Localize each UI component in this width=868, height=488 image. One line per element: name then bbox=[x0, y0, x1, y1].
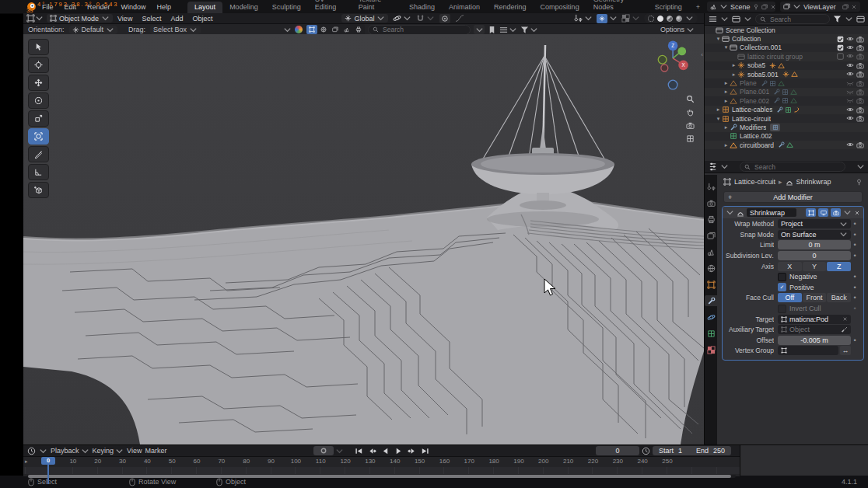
new-view-layer-icon[interactable] bbox=[842, 4, 849, 10]
editor-type-icon[interactable] bbox=[26, 14, 35, 23]
negative-checkbox[interactable] bbox=[778, 273, 786, 281]
drag-setting-select[interactable]: Select Box bbox=[150, 26, 201, 34]
face-cull-back-button[interactable]: Back bbox=[827, 293, 851, 302]
timeline-tick[interactable]: 10 bbox=[61, 458, 85, 465]
tab-modeling[interactable]: Modeling bbox=[222, 2, 265, 13]
timeline-ruler[interactable]: ▸ 01020304050607080901001101201301401501… bbox=[23, 457, 740, 467]
menu-object[interactable]: Object bbox=[192, 15, 212, 23]
render-camera-icon[interactable] bbox=[856, 44, 864, 51]
outliner-row-modifiers[interactable]: ▸ Modifiers bbox=[705, 123, 868, 131]
axis-x-button[interactable]: X bbox=[778, 262, 802, 271]
gizmo-z-axis[interactable]: Z bbox=[671, 43, 674, 48]
timeline-tick[interactable]: 190 bbox=[507, 458, 530, 465]
animate-dot[interactable]: • bbox=[851, 241, 859, 249]
tool-rotate[interactable] bbox=[28, 92, 49, 109]
axis-y-button[interactable]: Y bbox=[803, 262, 827, 271]
vertex-group-field[interactable] bbox=[778, 346, 838, 355]
jump-to-end-button[interactable] bbox=[419, 446, 431, 455]
breadcrumb-object[interactable]: Lattice-circuit bbox=[734, 178, 775, 186]
pan-view-icon[interactable] bbox=[686, 108, 695, 117]
face-cull-off-button[interactable]: Off bbox=[778, 293, 802, 302]
animate-dot[interactable]: • bbox=[851, 273, 859, 281]
hide-eye-icon[interactable] bbox=[846, 71, 854, 77]
display-realtime-toggle[interactable] bbox=[818, 208, 828, 217]
auxiliary-target-field[interactable]: Object bbox=[778, 325, 851, 334]
outliner-row-circuitboard[interactable]: ▸ circuitboard bbox=[705, 141, 868, 149]
menu-help[interactable]: Help bbox=[157, 3, 172, 11]
outliner-row-soba5-001[interactable]: ▸ soba5.001 bbox=[705, 70, 868, 78]
render-camera-icon[interactable] bbox=[856, 53, 864, 60]
jump-to-start-button[interactable] bbox=[353, 446, 365, 455]
list-view-dropdown[interactable] bbox=[499, 26, 517, 34]
positive-checkbox[interactable]: ✓ bbox=[778, 283, 786, 291]
render-camera-icon[interactable] bbox=[856, 36, 864, 43]
menu-marker[interactable]: Marker bbox=[145, 447, 166, 455]
timeline-tick[interactable]: 170 bbox=[457, 458, 481, 465]
expand-arrow[interactable]: ▸ bbox=[723, 89, 730, 95]
render-camera-icon[interactable] bbox=[856, 141, 864, 148]
axis-z-button[interactable]: Z bbox=[827, 262, 851, 271]
invert-vertex-group-button[interactable]: ↔ bbox=[840, 346, 851, 355]
pin-icon[interactable] bbox=[856, 179, 863, 186]
hidden-eye-icon[interactable] bbox=[846, 97, 854, 103]
close-icon[interactable] bbox=[770, 4, 776, 10]
gizmo-neg-z-axis[interactable] bbox=[668, 80, 677, 89]
menu-view[interactable]: View bbox=[127, 447, 142, 455]
expand-arrow[interactable]: ▾ bbox=[715, 116, 722, 122]
animate-dot[interactable]: • bbox=[851, 252, 859, 260]
shading-solid-button[interactable] bbox=[657, 16, 663, 22]
tool-measure[interactable] bbox=[28, 164, 49, 180]
animate-dot[interactable]: • bbox=[851, 336, 859, 344]
expand-dropdown[interactable] bbox=[474, 25, 485, 34]
menu-file[interactable]: File bbox=[42, 3, 54, 11]
timeline-tick[interactable]: 240 bbox=[631, 458, 654, 465]
hidden-eye-icon[interactable] bbox=[846, 89, 854, 95]
tab-sculpting[interactable]: Sculpting bbox=[265, 2, 308, 13]
viewport-canvas[interactable]: Z X ‹ bbox=[23, 34, 704, 444]
hide-eye-icon[interactable] bbox=[846, 53, 854, 59]
timeline-tick[interactable]: 130 bbox=[359, 458, 382, 465]
render-camera-icon[interactable] bbox=[856, 71, 864, 78]
breadcrumb-modifier[interactable]: Shrinkwrap bbox=[796, 178, 831, 186]
display-mode-scene-button[interactable] bbox=[341, 25, 352, 34]
add-workspace-button[interactable]: + bbox=[689, 2, 707, 13]
outliner-row-lattice-002[interactable]: Lattice.002 bbox=[705, 132, 868, 141]
animate-dot[interactable]: • bbox=[851, 284, 859, 291]
timeline-tick[interactable]: 160 bbox=[432, 458, 456, 465]
timeline-tick[interactable]: 60 bbox=[185, 458, 208, 465]
hide-eye-icon[interactable] bbox=[846, 62, 854, 68]
expand-arrow[interactable]: ▸ bbox=[723, 124, 730, 131]
timeline-tick[interactable]: 210 bbox=[557, 458, 580, 465]
expand-arrow[interactable]: ▸ bbox=[730, 62, 737, 68]
clear-target-icon[interactable] bbox=[842, 316, 848, 322]
chevron-down-icon[interactable] bbox=[283, 26, 292, 34]
menu-add[interactable]: Add bbox=[170, 15, 183, 23]
tab-layout[interactable]: Layout bbox=[187, 2, 222, 13]
region-expand-arrow[interactable]: ▸ bbox=[25, 458, 28, 465]
outliner-row-collection-001[interactable]: ▾ Collection.001 bbox=[705, 44, 868, 52]
filter-by-type-icon[interactable] bbox=[295, 26, 303, 33]
tab-modifiers[interactable] bbox=[705, 295, 717, 306]
hide-eye-icon[interactable] bbox=[846, 44, 854, 51]
render-camera-icon[interactable] bbox=[856, 115, 864, 122]
show-gizmo-dropdown[interactable] bbox=[574, 14, 593, 23]
tool-select-box[interactable] bbox=[28, 39, 49, 55]
new-scene-icon[interactable] bbox=[761, 4, 768, 10]
timeline-tick[interactable]: 230 bbox=[606, 458, 629, 465]
animate-dot[interactable]: • bbox=[851, 220, 859, 228]
outliner-row-soba5[interactable]: ▸ soba5 bbox=[705, 61, 868, 70]
timeline-tick[interactable]: 150 bbox=[408, 458, 432, 465]
wrap-method-select[interactable]: Project bbox=[778, 219, 851, 228]
timeline-tick[interactable]: 200 bbox=[532, 458, 555, 465]
tab-output[interactable] bbox=[705, 214, 717, 225]
filter-dropdown[interactable] bbox=[520, 26, 538, 34]
invert-cull-checkbox[interactable] bbox=[778, 305, 786, 313]
tab-animation[interactable]: Animation bbox=[442, 2, 487, 13]
close-icon[interactable] bbox=[851, 4, 857, 10]
tab-render[interactable] bbox=[705, 197, 717, 208]
display-mode-output-button[interactable] bbox=[353, 25, 364, 34]
shading-rendered-button[interactable] bbox=[676, 16, 682, 22]
gizmo-neg-y-axis[interactable] bbox=[658, 55, 667, 64]
outliner-row-collection[interactable]: ▾ Collection bbox=[705, 34, 868, 43]
perspective-toggle-icon[interactable] bbox=[686, 134, 695, 143]
